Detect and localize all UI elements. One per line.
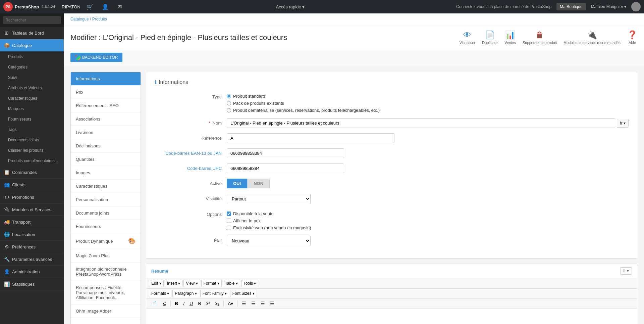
editor-format-button[interactable]: Format ▾	[201, 280, 222, 287]
editor-superscript-button[interactable]: x²	[204, 299, 212, 308]
sidebar-sub-produits[interactable]: Produits	[0, 52, 64, 62]
tab-prix[interactable]: Prix	[71, 86, 141, 99]
option-prix[interactable]: Afficher le prix	[227, 218, 629, 223]
type-pack[interactable]: Pack de produits existants	[227, 101, 629, 106]
editor-fontcolor-button[interactable]: A▾	[226, 299, 235, 308]
editor-edit-button[interactable]: Edit ▾	[149, 280, 164, 287]
tab-referencement[interactable]: Référencement - SEO	[71, 99, 141, 112]
reference-input[interactable]	[227, 133, 394, 143]
sidebar-item-commandes[interactable]: 📋 Commandes	[0, 166, 64, 179]
sidebar-item-promotions[interactable]: 🏷 Promotions	[0, 191, 64, 203]
type-pack-radio[interactable]	[227, 101, 231, 105]
editor-underline-button[interactable]: U	[187, 299, 195, 308]
sidebar-sub-documents[interactable]: Documents joints	[0, 135, 64, 145]
search-input[interactable]	[3, 16, 61, 24]
tab-magic-zoom[interactable]: Magic Zoom Plus	[71, 249, 141, 263]
sidebar-sub-complementaires[interactable]: Produits complémentaires...	[0, 156, 64, 166]
sidebar-item-preferences[interactable]: ⚙ Préférences	[0, 241, 64, 253]
user-button[interactable]: 👤	[99, 2, 111, 11]
editor-bold-button[interactable]: B	[173, 299, 180, 308]
marketplace-link[interactable]: Connectez-vous à la place de marché de P…	[456, 4, 551, 9]
tab-documents-joints[interactable]: Documents joints	[71, 206, 141, 220]
mail-button[interactable]: ✉	[115, 2, 124, 11]
sidebar-item-modules[interactable]: 🔌 Modules et Services	[0, 203, 64, 216]
nom-input[interactable]	[227, 118, 615, 128]
dupliquer-button[interactable]: 📄 Dupliquer	[482, 30, 498, 45]
editor-print-icon[interactable]: 🖨	[160, 299, 168, 308]
tab-fournisseurs[interactable]: Fournisseurs	[71, 220, 141, 233]
editor-formats-dropdown[interactable]: Formats ▾	[149, 290, 171, 297]
app-logo[interactable]: PS PrestaShop 1.6.1.24	[3, 2, 55, 11]
etat-select[interactable]: Nouveau Occasion Reconditionné	[227, 236, 311, 246]
sidebar-item-administration[interactable]: 👤 Administration	[0, 266, 64, 278]
tab-informations[interactable]: Informations	[71, 72, 141, 86]
nom-lang-selector[interactable]: fr ▾	[617, 119, 629, 128]
tab-produit-dynamique[interactable]: Produit Dynamique 🎨	[71, 233, 141, 249]
sidebar-item-localisation[interactable]: 🌐 Localisation	[0, 228, 64, 241]
option-exclusivite[interactable]: Exclusivité web (non vendu en magasin)	[227, 225, 629, 230]
type-standard-radio[interactable]	[227, 94, 231, 98]
tab-integration[interactable]: Intégration bidirectionnelle PrestaShop-…	[71, 263, 141, 281]
cart-button[interactable]: 🛒	[84, 2, 96, 11]
sidebar-item-dashboard[interactable]: ⊞ Tableau de Bord	[0, 27, 64, 39]
sidebar-sub-marques[interactable]: Marques	[0, 104, 64, 114]
tab-caracteristiques[interactable]: Caractéristiques	[71, 180, 141, 193]
sidebar-sub-tags[interactable]: Tags	[0, 125, 64, 135]
type-dematerialise[interactable]: Produit dématérialisé (services, réserva…	[227, 108, 629, 113]
editor-area[interactable]	[146, 309, 637, 324]
editor-subscript-button[interactable]: x₂	[213, 299, 221, 308]
sidebar-item-catalogue[interactable]: 📦 Catalogue	[0, 39, 64, 52]
option-vente[interactable]: Disponible à la vente	[227, 211, 629, 216]
ean-input[interactable]	[227, 148, 344, 158]
sidebar-sub-fournisseurs[interactable]: Fournisseurs	[0, 114, 64, 125]
backend-editor-button[interactable]: BACKEND EDITOR	[70, 53, 122, 62]
editor-paragraph-dropdown[interactable]: Paragraph ▾	[172, 290, 199, 297]
sidebar-item-statistiques[interactable]: 📊 Statistiques	[0, 278, 64, 290]
tab-ohm[interactable]: Ohm Image Adder	[71, 305, 141, 318]
type-standard[interactable]: Produit standard	[227, 94, 629, 99]
visualiser-button[interactable]: 👁 Visualiser	[460, 30, 476, 45]
tab-personnalisation[interactable]: Personnalisation	[71, 193, 141, 206]
editor-view-button[interactable]: View ▾	[183, 280, 200, 287]
tab-images[interactable]: Images	[71, 166, 141, 180]
my-shop-button[interactable]: Ma Boutique	[556, 3, 586, 10]
editor-list-ol-button[interactable]: ☰	[249, 299, 258, 308]
editor-tools-button[interactable]: Tools ▾	[241, 280, 258, 287]
editor-insert-button[interactable]: Insert ▾	[165, 280, 182, 287]
editor-italic-button[interactable]: I	[181, 299, 186, 308]
sidebar-sub-suivi[interactable]: Suivi	[0, 73, 64, 83]
sidebar-sub-categories[interactable]: Catégories	[0, 62, 64, 73]
resume-lang-selector[interactable]: fr ▾	[620, 267, 632, 275]
sidebar-sub-attributs[interactable]: Attributs et Valeurs	[0, 83, 64, 93]
type-dematerialise-radio[interactable]	[227, 108, 231, 112]
quick-access-button[interactable]: Accès rapide ▾	[272, 3, 308, 11]
editor-table-button[interactable]: Table ▾	[223, 280, 240, 287]
tab-associations[interactable]: Associations	[71, 112, 141, 126]
tab-livraison[interactable]: Livraison	[71, 126, 141, 139]
editor-align-right-button[interactable]: ☰	[268, 299, 276, 308]
editor-font-family-dropdown[interactable]: Font Family ▾	[200, 290, 229, 297]
visibility-select[interactable]: Partout Catalogue Recherche Nulle part	[227, 194, 311, 204]
sidebar-item-transport[interactable]: 🚚 Transport	[0, 216, 64, 228]
editor-new-icon[interactable]: 📄	[149, 299, 159, 308]
sidebar-sub-caracteristiques[interactable]: Caractéristiques	[0, 93, 64, 104]
editor-list-ul-button[interactable]: ☰	[240, 299, 248, 308]
upc-input[interactable]	[227, 164, 344, 173]
tab-declinaisons[interactable]: Déclinaisons	[71, 139, 141, 153]
editor-strikethrough-button[interactable]: S	[196, 299, 203, 308]
option-prix-checkbox[interactable]	[227, 219, 231, 223]
sidebar-item-clients[interactable]: 👥 Clients	[0, 179, 64, 191]
editor-font-sizes-dropdown[interactable]: Font Sizes ▾	[230, 290, 257, 297]
toggle-non-button[interactable]: NON	[247, 179, 270, 188]
sidebar-item-parametres[interactable]: 🔧 Paramètres avancés	[0, 253, 64, 266]
modules-rec-button[interactable]: 🔌 Modules et services recommandés	[564, 30, 621, 45]
tab-quantites[interactable]: Quantités	[71, 153, 141, 166]
user-menu[interactable]: Mathieu Marignier ▾	[591, 4, 626, 9]
option-exclusivite-checkbox[interactable]	[227, 226, 231, 230]
breadcrumb-catalogue[interactable]: Catalogue	[70, 17, 89, 21]
tab-recompenses[interactable]: Récompenses : Fidélité, Parrainage multi…	[71, 281, 141, 305]
toggle-oui-button[interactable]: OUI	[227, 179, 247, 188]
breadcrumb-produits[interactable]: Produits	[92, 17, 107, 21]
aide-button[interactable]: ❓ Aide	[627, 30, 637, 45]
option-vente-checkbox[interactable]	[227, 212, 231, 216]
